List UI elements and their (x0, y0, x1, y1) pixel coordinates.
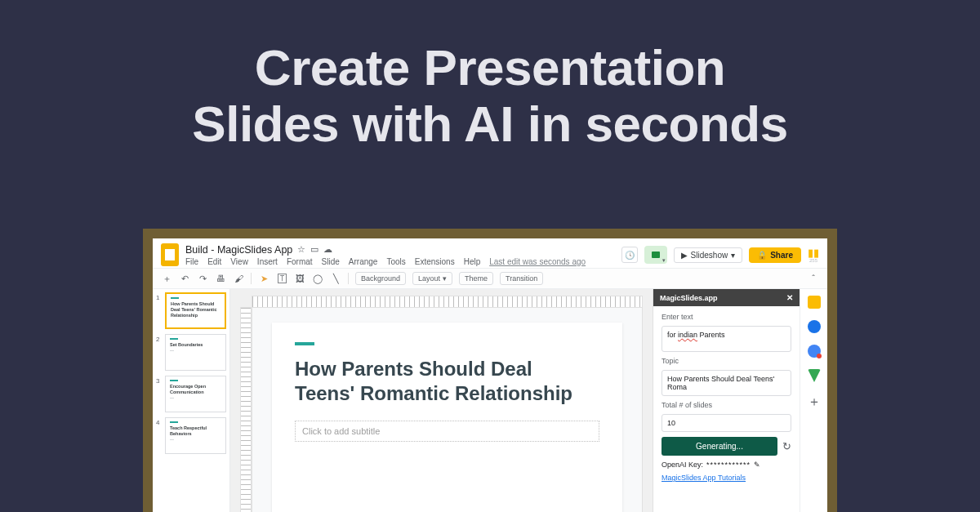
lock-icon: 🔒 (757, 251, 767, 260)
hero-title: Create Presentation Slides with AI in se… (0, 0, 980, 153)
side-rail: ＋ (800, 289, 827, 512)
meet-button[interactable] (644, 246, 667, 264)
menu-arrange[interactable]: Arrange (349, 257, 378, 266)
menu-tools[interactable]: Tools (386, 257, 405, 266)
slideshow-label: Slideshow (691, 251, 728, 260)
thumbnail-3[interactable]: 3 Encourage Open Communication— (156, 376, 226, 412)
workspace: 1 How Parents Should Deal Teens' Romanti… (153, 289, 827, 512)
slide-title[interactable]: How Parents Should Deal Teens' Romantic … (295, 357, 599, 406)
paint-format-icon[interactable]: 🖌 (233, 273, 244, 284)
contacts-icon[interactable] (808, 345, 821, 358)
background-button[interactable]: Background (355, 272, 406, 285)
menu-edit[interactable]: Edit (207, 257, 221, 266)
ruler-vertical (240, 307, 252, 512)
layout-button[interactable]: Layout ▾ (412, 272, 452, 285)
panel-header: MagicSlides.app ✕ (653, 289, 800, 306)
menu-file[interactable]: File (185, 257, 198, 266)
generate-button[interactable]: Generating... (662, 437, 777, 456)
thumbnail-1[interactable]: 1 How Parents Should Deal Teens' Romanti… (156, 292, 226, 329)
line-icon[interactable]: ╲ (330, 273, 341, 284)
move-icon[interactable]: ▭ (310, 244, 318, 255)
titlebar: Build - MagicSlides App ☆ ▭ ☁ File Edit … (153, 238, 827, 268)
slide-canvas-area: How Parents Should Deal Teens' Romantic … (230, 289, 653, 512)
google-slides-logo-icon[interactable] (161, 243, 179, 266)
new-slide-icon[interactable]: ＋ (161, 273, 172, 284)
last-edit-text[interactable]: Last edit was seconds ago (489, 257, 586, 266)
topic-label: Topic (662, 357, 791, 365)
topic-input[interactable]: How Parents Should Deal Teens' Roma (662, 370, 791, 396)
analytics-icon[interactable]: ▮▮255 (808, 247, 819, 263)
subtitle-placeholder[interactable]: Click to add subtitle (295, 421, 599, 442)
menubar: File Edit View Insert Format Slide Arran… (185, 257, 586, 266)
menu-help[interactable]: Help (464, 257, 481, 266)
openai-key-row: OpenAI Key: ************ ✎ (662, 461, 791, 469)
toolbar: ＋ ↶ ↷ 🖶 🖌 ➤ 🅃 🖼 ◯ ╲ Background Layout ▾ … (153, 268, 827, 289)
menu-format[interactable]: Format (287, 257, 313, 266)
keep-icon[interactable] (808, 296, 821, 309)
thumbnail-panel[interactable]: 1 How Parents Should Deal Teens' Romanti… (153, 289, 230, 512)
magicslides-panel: MagicSlides.app ✕ Enter text for indian … (653, 289, 800, 512)
hide-menus-icon[interactable]: ˆ (808, 273, 819, 284)
menu-insert[interactable]: Insert (257, 257, 278, 266)
ruler-horizontal (252, 296, 643, 307)
menu-slide[interactable]: Slide (322, 257, 340, 266)
thumbnail-4[interactable]: 4 Teach Respectful Behaviors— (156, 417, 226, 454)
openai-key-label: OpenAI Key: (662, 461, 703, 469)
close-icon[interactable]: ✕ (786, 293, 793, 302)
play-icon: ▶ (681, 251, 688, 260)
panel-title: MagicSlides.app (660, 294, 718, 302)
share-label: Share (770, 251, 793, 260)
cloud-icon[interactable]: ☁ (323, 244, 332, 255)
maps-icon[interactable] (808, 369, 821, 382)
tutorials-link[interactable]: MagicSlides App Tutorials (662, 474, 791, 482)
document-title[interactable]: Build - MagicSlides App (185, 244, 292, 256)
add-addon-icon[interactable]: ＋ (808, 394, 821, 411)
comment-history-icon[interactable]: 🕓 (621, 247, 638, 263)
menu-extensions[interactable]: Extensions (415, 257, 455, 266)
redo-icon[interactable]: ↷ (197, 273, 208, 284)
share-button[interactable]: 🔒 Share (749, 247, 801, 263)
hero-line-1: Create Presentation (0, 39, 980, 96)
shape-icon[interactable]: ◯ (312, 273, 323, 284)
select-tool-icon[interactable]: ➤ (258, 273, 270, 284)
slideshow-button[interactable]: ▶ Slideshow ▾ (674, 247, 743, 263)
star-icon[interactable]: ☆ (297, 244, 305, 255)
thumbnail-2[interactable]: 2 Set Boundaries— (156, 334, 226, 371)
enter-text-label: Enter text (662, 313, 791, 321)
print-icon[interactable]: 🖶 (215, 273, 226, 284)
app-screenshot-frame: Build - MagicSlides App ☆ ▭ ☁ File Edit … (143, 229, 837, 512)
main-slide[interactable]: How Parents Should Deal Teens' Romantic … (272, 323, 622, 512)
textbox-icon[interactable]: 🅃 (276, 273, 287, 284)
slide-count-input[interactable]: 10 (662, 414, 791, 432)
theme-button[interactable]: Theme (459, 272, 493, 285)
enter-text-input[interactable]: for indian Parents (662, 326, 791, 352)
undo-icon[interactable]: ↶ (179, 273, 190, 284)
edit-key-icon[interactable]: ✎ (754, 461, 760, 469)
menu-view[interactable]: View (230, 257, 248, 266)
tasks-icon[interactable] (808, 320, 821, 333)
slide-count-label: Total # of slides (662, 401, 791, 409)
transition-button[interactable]: Transition (500, 272, 543, 285)
accent-bar (295, 342, 314, 345)
chevron-down-icon: ▾ (731, 251, 735, 260)
google-slides-app: Build - MagicSlides App ☆ ▭ ☁ File Edit … (153, 238, 827, 512)
image-icon[interactable]: 🖼 (294, 273, 305, 284)
hero-line-2: Slides with AI in seconds (0, 96, 980, 152)
openai-key-mask: ************ (706, 461, 751, 469)
history-icon[interactable]: ↻ (782, 440, 791, 452)
